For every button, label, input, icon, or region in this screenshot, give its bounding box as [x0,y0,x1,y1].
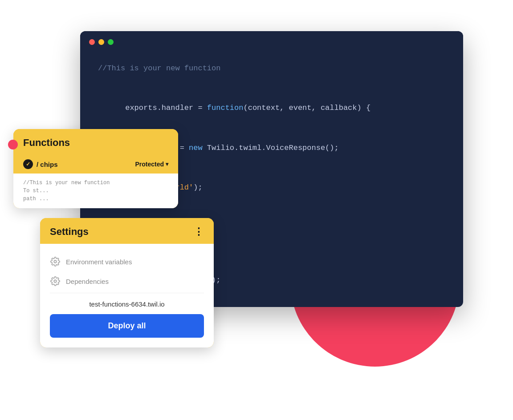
settings-panel: Settings ⋮ Environment variables Depende… [40,218,214,347]
preview-line-2: To st... [23,187,168,195]
code-line-handler: exports.handler = function(context, even… [98,89,445,128]
code-plain4: ); [193,183,202,192]
functions-panel: Functions ✓ / chips Protected ▾ //This i… [13,129,178,208]
chevron-down-icon: ▾ [166,161,168,167]
code-line-blank [98,75,445,89]
gear-svg-deps [50,276,60,286]
functions-code-preview: //This is your new function To st... pat… [13,174,178,208]
functions-path: ✓ / chips [23,159,58,169]
functions-header: Functions [13,129,178,155]
maximize-dot[interactable] [108,39,114,45]
functions-row: ✓ / chips Protected ▾ [13,155,178,174]
settings-divider [50,293,204,293]
code-plain: exports.handler = [125,104,207,112]
svg-point-1 [54,280,57,283]
settings-item-env[interactable]: Environment variables [50,252,204,271]
code-line-comment: //This is your new function [98,62,445,75]
settings-url: test-functions-6634.twil.io [50,295,204,312]
code-new-kw: new [189,144,203,152]
protected-badge[interactable]: Protected ▾ [135,161,168,168]
gear-icon-env [50,256,61,267]
settings-body: Environment variables Dependencies test-… [40,244,214,347]
more-options-icon[interactable]: ⋮ [194,226,204,238]
functions-path-label: / chips [37,161,58,168]
protected-label: Protected [135,161,164,168]
deploy-all-button[interactable]: Deploy all [50,314,204,338]
check-icon: ✓ [23,159,33,169]
settings-item-deps[interactable]: Dependencies [50,271,204,291]
code-keyword: function [207,104,244,112]
settings-header: Settings ⋮ [40,218,214,244]
dependencies-label: Dependencies [66,278,109,285]
titlebar [80,31,463,53]
gear-icon-deps [50,276,61,287]
code-plain3: Twilio.twiml.VoiceResponse(); [203,144,339,152]
gear-svg-env [50,257,60,267]
close-dot[interactable] [89,39,95,45]
preview-line-3: path ... [23,195,168,203]
minimize-dot[interactable] [98,39,104,45]
connector-dot [8,140,18,149]
svg-point-0 [54,260,57,263]
functions-title: Functions [23,137,70,148]
preview-line-1: //This is your new function [23,179,168,187]
env-variables-label: Environment variables [66,258,132,266]
settings-title: Settings [50,226,89,238]
code-plain2: (context, event, callback) { [243,104,370,112]
